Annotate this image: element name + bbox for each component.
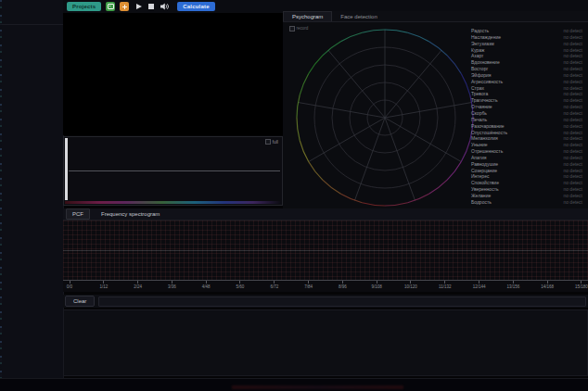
emotion-row: Страхno detect — [471, 85, 582, 92]
log-input[interactable] — [98, 296, 586, 307]
audio-waveform-panel[interactable]: full — [63, 136, 283, 206]
calculate-button[interactable]: Calculate — [177, 2, 214, 11]
tab-psychogram[interactable]: Psychogram — [283, 11, 332, 21]
emotion-label: Отчаяние — [471, 104, 492, 110]
emotion-label: Уныние — [471, 142, 488, 148]
emotion-row: Эйфорияno detect — [471, 72, 582, 79]
play-icon[interactable] — [136, 4, 142, 9]
emotion-label: Бодрость — [471, 199, 492, 206]
psychogram-hue-ring-segment — [461, 74, 469, 95]
emotion-label: Радость — [471, 28, 489, 34]
axis-tick: 11/132 — [440, 281, 451, 292]
emotion-value: no detect — [563, 161, 582, 168]
speaker-icon[interactable] — [160, 3, 170, 10]
psychogram-hue-ring-segment — [300, 141, 308, 162]
emotion-value: no detect — [563, 155, 582, 161]
psychogram-spoke — [298, 103, 385, 118]
emotion-value: no detect — [563, 117, 582, 123]
axis-tick: 13/156 — [507, 281, 518, 292]
emotion-value: no detect — [563, 66, 582, 72]
axis-tick: 7/84 — [303, 281, 314, 292]
emotion-value: no detect — [563, 79, 582, 85]
emotion-value: no detect — [563, 72, 582, 79]
emotion-value: no detect — [563, 28, 582, 34]
psychogram-hue-ring-segment — [461, 141, 469, 162]
emotion-value: no detect — [563, 135, 582, 142]
full-checkbox-label: full — [273, 139, 278, 145]
emotion-row: Энтузиазмno detect — [471, 41, 582, 47]
emotion-row: Равнодушиеno detect — [471, 161, 582, 168]
emotion-row: Апатияno detect — [471, 155, 582, 161]
plus-icon — [122, 5, 127, 9]
psychogram-hue-ring-segment — [323, 180, 341, 194]
tab-pcf[interactable]: PCF — [66, 208, 90, 220]
right-panel-tabbar: Psychogram Face detection — [283, 11, 588, 22]
sidebar-edge-texture — [0, 0, 2, 378]
emotion-label: Опустошённость — [471, 130, 507, 136]
emotion-label: Разочарование — [471, 123, 504, 130]
add-source-button[interactable] — [120, 2, 129, 11]
emotion-label: Наслаждение — [471, 34, 501, 41]
psychogram-hue-ring-segment — [297, 118, 300, 141]
emotion-value: no detect — [563, 180, 582, 186]
emotion-row: Уныниеno detect — [471, 142, 582, 148]
psychogram-hue-ring-segment — [408, 32, 429, 41]
emotion-row: Разочарованиеno detect — [471, 123, 582, 130]
emotion-label: Энтузиазм — [471, 41, 494, 47]
axis-tick: 8/96 — [337, 281, 348, 292]
emotion-row: Скорбьno detect — [471, 110, 582, 117]
open-image-button[interactable] — [106, 2, 115, 11]
psychogram-hue-ring-segment — [447, 162, 461, 181]
sidebar-header — [0, 0, 63, 25]
emotion-label: Равнодушие — [471, 161, 498, 168]
emotion-row: Печальno detect — [471, 117, 582, 123]
full-checkbox[interactable] — [265, 139, 271, 145]
emotion-value: no detect — [563, 148, 582, 155]
emotion-label: Эйфория — [471, 72, 492, 79]
emotion-value: no detect — [563, 142, 582, 148]
emotion-value: no detect — [563, 41, 582, 47]
log-panel — [63, 309, 588, 376]
emotion-value: no detect — [563, 199, 582, 206]
stop-icon[interactable] — [148, 4, 154, 9]
emotion-label: Отрешенность — [471, 148, 503, 155]
emotion-value: no detect — [563, 85, 582, 92]
emotion-value: no detect — [563, 123, 582, 130]
psychogram-hue-ring-segment — [341, 32, 363, 41]
axis-tick: 1/12 — [98, 281, 109, 292]
projects-button[interactable]: Projects — [67, 2, 101, 11]
psychogram-hue-ring-segment — [309, 56, 323, 74]
axis-tick: 2/24 — [133, 281, 144, 292]
spectrogram-tabbar: PCF Frequency spectrogram — [63, 208, 588, 221]
spectrogram-canvas — [63, 221, 588, 280]
tab-face-detection[interactable]: Face detection — [332, 11, 385, 21]
emotion-row: Интересno detect — [471, 173, 582, 180]
emotion-row: Трагичностьno detect — [471, 97, 582, 104]
emotion-label: Уверенность — [471, 186, 499, 193]
tab-frequency-spectrogram[interactable]: Frequency spectrogram — [96, 209, 165, 219]
spectrogram-midline — [63, 250, 588, 251]
emotion-label: Агрессивность — [471, 79, 503, 85]
picture-icon — [108, 4, 114, 9]
axis-tick: 14/168 — [542, 281, 553, 292]
emotion-row: Отрешенностьno detect — [471, 148, 582, 155]
emotion-label: Вдохновение — [471, 59, 500, 66]
full-checkbox-group: full — [265, 139, 278, 145]
clear-button[interactable]: Clear — [65, 296, 95, 307]
psychogram-hue-ring-segment — [362, 30, 385, 32]
emotion-value: no detect — [563, 91, 582, 97]
transport-controls — [136, 3, 170, 10]
emotion-row: Тревогаno detect — [471, 91, 582, 97]
emotion-label: Созерцание — [471, 168, 497, 174]
emotion-label: Спокойствие — [471, 180, 499, 186]
emotion-label: Скорбь — [471, 110, 487, 117]
psychogram-radar-chart — [290, 27, 479, 208]
emotion-value: no detect — [563, 168, 582, 174]
bottom-status-bar — [0, 378, 588, 391]
emotion-row: Отчаяниеno detect — [471, 104, 582, 110]
emotion-label: Печаль — [471, 117, 487, 123]
waveform-playhead[interactable] — [65, 138, 68, 200]
psychogram-hue-ring-segment — [429, 42, 448, 56]
emotion-row: Спокойствиеno detect — [471, 180, 582, 186]
psychogram-hue-ring-segment — [429, 180, 448, 194]
